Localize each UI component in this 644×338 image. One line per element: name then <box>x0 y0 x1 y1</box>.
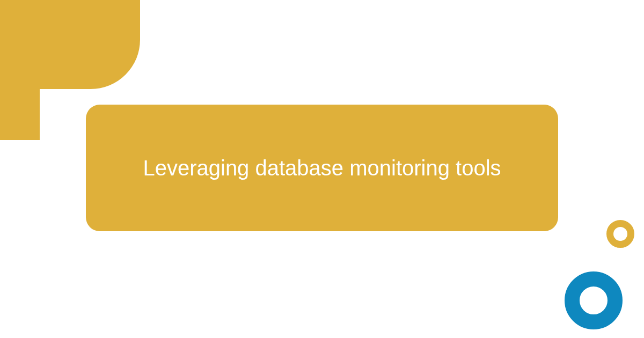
large-ring-icon <box>565 271 623 329</box>
title-card: Leveraging database monitoring tools <box>86 105 558 231</box>
small-ring-icon <box>606 220 634 248</box>
title-text: Leveraging database monitoring tools <box>143 153 501 182</box>
